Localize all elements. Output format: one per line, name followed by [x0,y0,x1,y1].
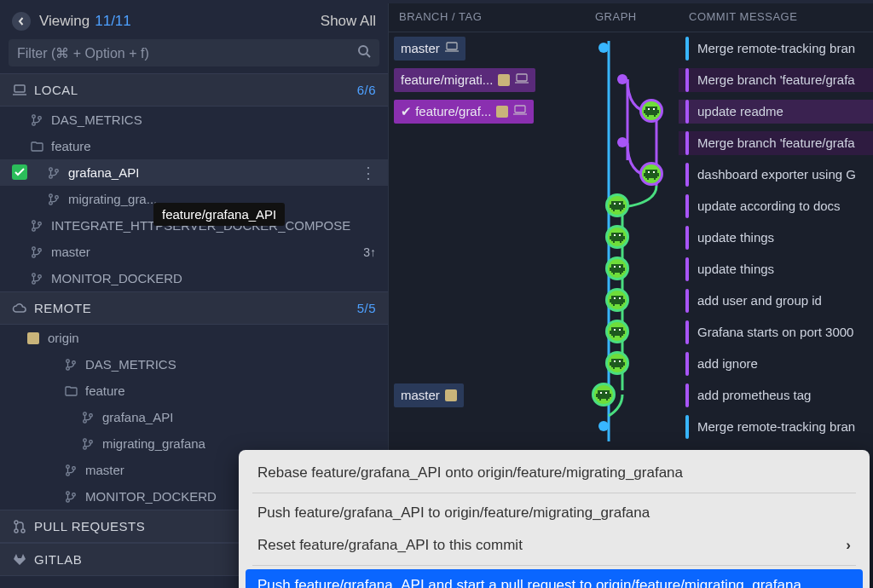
svg-rect-54 [648,171,650,173]
commit-row[interactable]: ✔ feature/graf...update readme [389,95,873,127]
svg-point-26 [84,419,87,423]
avatar-icon [639,162,663,186]
graph-cell [585,348,679,379]
branch-icon [46,167,61,179]
local-section-header[interactable]: LOCAL 6/6 [0,73,388,107]
svg-rect-49 [644,110,645,113]
tree-item-das-metrics[interactable]: DAS_METRICS [0,351,388,378]
svg-rect-66 [620,210,622,211]
graph-cell [585,253,679,285]
col-message-header[interactable]: COMMIT MESSAGE [689,10,864,23]
commit-row[interactable]: update things [389,253,873,285]
avatar-icon [605,193,629,217]
remote-section-header[interactable]: REMOTE 5/5 [0,291,388,325]
svg-rect-94 [620,336,622,337]
svg-point-0 [359,46,367,55]
filter-input[interactable]: Filter (⌘ + Option + f) [9,39,379,66]
commit-row[interactable]: add user and group id [389,285,873,316]
tree-item-das-metrics[interactable]: DAS_METRICS [0,107,388,133]
branch-pill[interactable]: feature/migrati... [394,68,535,92]
commit-row[interactable]: update things [389,222,873,253]
branch-pill[interactable]: ✔ feature/graf... [394,100,534,124]
tree-item-feature[interactable]: feature [0,133,388,159]
svg-rect-98 [610,362,611,366]
commit-row[interactable]: update according to docs [389,190,873,222]
commit-row[interactable]: Merge remote-tracking bran [389,411,873,442]
branch-icon [63,359,78,371]
svg-point-5 [32,122,36,125]
remote-square-icon [26,332,41,344]
svg-point-39 [21,529,25,533]
local-count: 6/6 [357,83,376,97]
commit-row[interactable]: Merge branch 'feature/grafa [389,127,873,159]
commit-message: add prometheus tag [679,383,873,407]
graph-cell [585,32,679,64]
svg-line-1 [367,54,370,57]
context-menu: Rebase feature/grafana_API onto origin/f… [239,450,870,588]
tree-item-grafana-api[interactable]: grafana_API [0,404,388,430]
more-icon[interactable]: ⋮ [361,164,376,182]
menu-separator [252,565,856,566]
svg-rect-79 [613,273,615,274]
svg-rect-42 [517,74,527,81]
svg-rect-71 [623,236,625,239]
show-all-button[interactable]: Show All [321,13,376,30]
svg-rect-74 [611,264,623,273]
menu-item[interactable]: Reset feature/grafana_API to this commit… [246,529,863,562]
pull-request-icon [12,520,27,533]
commit-row[interactable]: feature/migrati...Merge branch 'feature/… [389,64,873,95]
menu-item[interactable]: Rebase feature/grafana_API onto origin/f… [246,457,863,489]
commit-message: Merge branch 'feature/grafa [679,131,873,155]
tree-item-grafana-api[interactable]: grafana_API⋮ [0,159,388,186]
remote-count: 5/5 [357,301,376,315]
msg-color-bar [685,320,689,344]
tree-item-master[interactable]: master3↑ [0,239,388,265]
tree-item-monitor-dockerd[interactable]: MONITOR_DOCKERD [0,265,388,291]
svg-rect-88 [611,327,623,336]
svg-point-14 [32,228,36,231]
svg-point-33 [72,466,76,470]
msg-color-bar [685,37,689,61]
svg-point-20 [32,280,36,284]
svg-rect-69 [619,234,621,236]
svg-rect-51 [647,115,649,117]
remote-label: REMOTE [34,301,91,315]
remote-origin[interactable]: origin [0,325,388,351]
commit-row[interactable]: masteradd prometheus tag [389,379,873,411]
back-button[interactable] [12,12,31,31]
viewing-count: 11/11 [95,13,131,30]
chevron-right-icon: › [846,537,851,554]
col-graph-header[interactable]: GRAPH [595,10,689,23]
branch-pill[interactable]: master [394,383,464,407]
commit-message: dashboard exporter using G [679,163,873,187]
graph-cell [585,190,679,222]
svg-rect-89 [614,329,616,331]
svg-rect-67 [611,233,623,241]
svg-rect-60 [611,201,623,210]
svg-point-30 [90,440,93,443]
svg-rect-90 [619,329,621,331]
menu-item[interactable]: Push feature/grafana_API and start a pul… [246,569,863,588]
msg-color-bar [685,100,689,124]
svg-rect-68 [614,234,616,236]
cloud-icon [12,303,27,314]
commit-row[interactable]: add ignore [389,348,873,379]
commit-row[interactable]: dashboard exporter using G [389,159,873,190]
commit-message: add user and group id [679,289,873,313]
ahead-badge: 3↑ [363,245,376,259]
svg-rect-47 [648,108,650,110]
filter-placeholder: Filter (⌘ + Option + f) [17,45,149,61]
content-header: BRANCH / TAG GRAPH COMMIT MESSAGE [389,3,873,32]
col-branch-header[interactable]: BRANCH / TAG [399,10,595,23]
commit-row[interactable]: masterMerge remote-tracking bran [389,32,873,64]
svg-point-4 [32,114,36,118]
branch-pill[interactable]: master [394,37,465,61]
graph-cell [585,285,679,316]
svg-point-25 [84,412,87,415]
svg-point-32 [66,472,70,476]
commit-row[interactable]: Grafana starts on port 3000 [389,316,873,348]
svg-rect-102 [598,390,610,399]
tree-item-feature[interactable]: feature [0,378,388,404]
viewing-row: Viewing 11/11 Show All [0,3,388,39]
menu-item[interactable]: Push feature/grafana_API to origin/featu… [246,497,863,529]
